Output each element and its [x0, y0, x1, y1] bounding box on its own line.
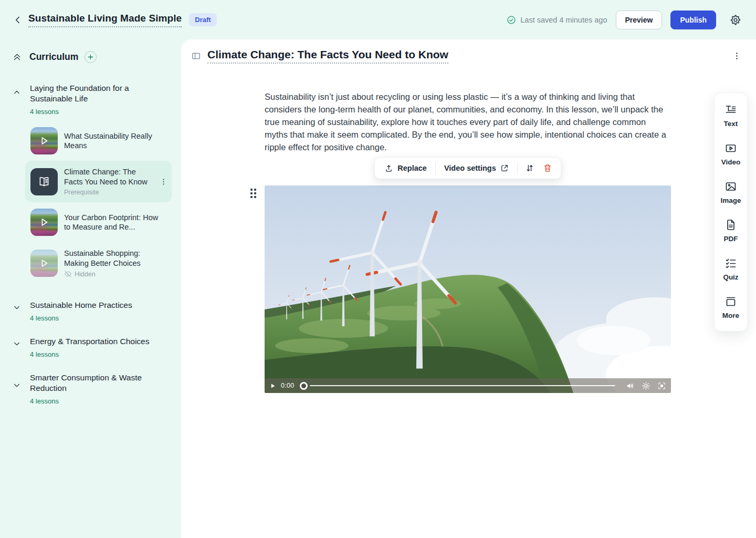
- lesson-title-row: Climate Change: The Facts You Need to Kn…: [181, 48, 756, 64]
- lesson-title: Climate Change: The Facts You Need to Kn…: [64, 167, 152, 187]
- double-chevron-up-icon: [13, 53, 22, 61]
- lesson-title: What Sustainability Really Means: [64, 131, 166, 151]
- section-title: Energy & Transportation Choices: [30, 336, 149, 347]
- video-volume-button[interactable]: [626, 381, 635, 390]
- video-progress-bar[interactable]: [310, 385, 615, 387]
- video-settings-button[interactable]: Video settings: [439, 162, 514, 174]
- lesson-item[interactable]: What Sustainability Really Means: [25, 121, 172, 161]
- rail-item-label: Text: [724, 120, 738, 128]
- toolbar-divider: [435, 162, 436, 174]
- rail-item-label: Image: [720, 196, 741, 204]
- video-block: 0:00: [265, 185, 671, 393]
- video-settings-gear-button[interactable]: [642, 381, 650, 390]
- section-title: Smarter Consumption & Waste Reduction: [30, 373, 145, 394]
- rail-item-label: Video: [721, 158, 741, 166]
- chevron-left-icon: [13, 15, 23, 25]
- kebab-icon: [732, 51, 741, 60]
- top-bar: Sustainable Living Made Simple Draft Las…: [0, 0, 756, 39]
- video-block-toolbar: Replace Video settings: [374, 157, 561, 179]
- panel-toggle-icon: [191, 51, 201, 61]
- play-icon: [30, 209, 58, 236]
- status-badge: Draft: [189, 13, 216, 26]
- curriculum-section: Energy & Transportation Choices 4 lesson…: [0, 336, 181, 358]
- save-status-text: Last saved 4 minutes ago: [520, 16, 607, 24]
- lesson-editor-panel: Climate Change: The Facts You Need to Kn…: [181, 39, 756, 538]
- gear-icon: [642, 381, 650, 390]
- lesson-tag: Prerequisite: [64, 189, 152, 196]
- delete-block-button[interactable]: [539, 161, 556, 175]
- toolbar-divider: [517, 162, 518, 174]
- lesson-heading[interactable]: Climate Change: The Facts You Need to Kn…: [207, 48, 448, 64]
- settings-button[interactable]: [728, 12, 743, 28]
- lesson-title: Sustainable Shopping: Making Better Choi…: [64, 249, 166, 268]
- lesson-hidden-tag: Hidden: [64, 270, 166, 278]
- check-circle-icon: [507, 15, 516, 25]
- gear-icon: [730, 14, 741, 26]
- lesson-paragraph[interactable]: Sustainability isn’t just about recyclin…: [265, 90, 671, 153]
- upload-icon: [384, 164, 393, 173]
- back-button[interactable]: [10, 13, 25, 27]
- eye-off-icon: [64, 270, 72, 278]
- curriculum-header: Curriculum: [0, 51, 181, 66]
- insert-image-button[interactable]: Image: [720, 180, 741, 204]
- lesson-menu-button[interactable]: [730, 49, 743, 63]
- insert-block-rail: Text Video Image PDF Quiz More: [714, 92, 748, 332]
- course-title[interactable]: Sustainable Living Made Simple: [28, 13, 182, 27]
- lesson-content: Sustainability isn’t just about recyclin…: [265, 90, 671, 393]
- curriculum-section: Smarter Consumption & Waste Reduction 4 …: [0, 373, 181, 405]
- move-block-button[interactable]: [521, 161, 539, 175]
- curriculum-sidebar: Curriculum Laying the Foundation for a S…: [0, 39, 181, 538]
- save-status: Last saved 4 minutes ago: [507, 15, 607, 25]
- insert-pdf-button[interactable]: PDF: [724, 219, 738, 243]
- replace-video-button[interactable]: Replace: [379, 162, 432, 175]
- lesson-video-thumbnail: [30, 127, 58, 154]
- video-icon: [724, 142, 737, 154]
- chevron-down-icon: [13, 339, 21, 348]
- insert-video-button[interactable]: Video: [721, 142, 741, 166]
- play-icon: [269, 382, 276, 389]
- section-header[interactable]: Sustainable Home Practices 4 lessons: [0, 300, 181, 322]
- pdf-icon: [724, 219, 737, 231]
- section-header[interactable]: Smarter Consumption & Waste Reduction 4 …: [0, 373, 181, 405]
- video-still-wind-turbines: [265, 185, 671, 393]
- curriculum-title: Curriculum: [29, 51, 78, 63]
- rail-item-label: PDF: [724, 235, 738, 243]
- lesson-item-hidden[interactable]: Sustainable Shopping: Making Better Choi…: [25, 242, 172, 284]
- section-lesson-count: 4 lessons: [30, 350, 149, 358]
- collapse-all-button[interactable]: [13, 53, 22, 61]
- play-icon: [30, 250, 58, 277]
- publish-button[interactable]: Publish: [670, 11, 716, 29]
- image-icon: [724, 180, 737, 193]
- book-open-icon: [37, 175, 51, 189]
- text-icon: [724, 104, 737, 116]
- volume-icon: [626, 381, 635, 390]
- lesson-menu-button[interactable]: [160, 178, 167, 185]
- drag-handle[interactable]: [250, 189, 256, 198]
- section-title: Laying the Foundation for a Sustainable …: [30, 83, 143, 104]
- chevron-down-icon: [13, 303, 21, 312]
- lesson-item[interactable]: Your Carbon Footprint: How to Measure an…: [25, 202, 172, 242]
- header-actions: Last saved 4 minutes ago Preview Publish: [507, 11, 743, 29]
- insert-text-button[interactable]: Text: [724, 104, 738, 128]
- external-link-icon: [500, 164, 509, 172]
- video-play-button[interactable]: [269, 382, 276, 389]
- section-lesson-count: 4 lessons: [30, 314, 132, 322]
- video-fullscreen-button[interactable]: [657, 381, 666, 390]
- video-scrubber-handle[interactable]: [300, 382, 308, 390]
- video-player[interactable]: 0:00: [265, 185, 671, 393]
- add-section-button[interactable]: [85, 51, 97, 63]
- section-header[interactable]: Laying the Foundation for a Sustainable …: [0, 83, 181, 116]
- insert-quiz-button[interactable]: Quiz: [723, 257, 738, 281]
- more-blocks-icon: [724, 295, 737, 308]
- section-lesson-count: 4 lessons: [30, 397, 145, 405]
- chevron-down-icon: [13, 381, 21, 389]
- curriculum-section: Sustainable Home Practices 4 lessons: [0, 300, 181, 322]
- preview-button[interactable]: Preview: [616, 11, 663, 29]
- curriculum-section: Laying the Foundation for a Sustainable …: [0, 83, 181, 284]
- lesson-item-selected[interactable]: Climate Change: The Facts You Need to Kn…: [25, 161, 172, 202]
- section-header[interactable]: Energy & Transportation Choices 4 lesson…: [0, 336, 181, 358]
- plus-icon: [87, 54, 94, 60]
- section-lesson-count: 4 lessons: [30, 108, 143, 116]
- toggle-sidebar-button[interactable]: [191, 51, 201, 61]
- insert-more-button[interactable]: More: [722, 295, 739, 319]
